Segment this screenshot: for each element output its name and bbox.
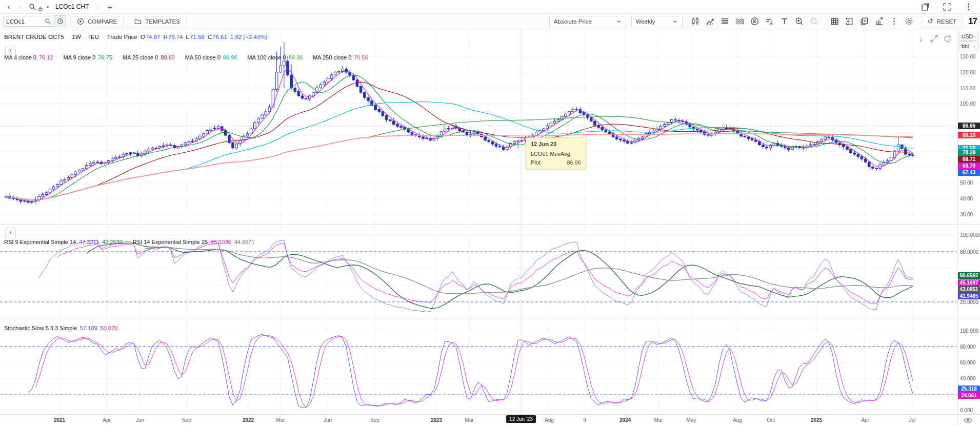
history-clock-button[interactable] [54,15,66,27]
ma-label: MA 9 close 0 [64,54,96,60]
price-badge: 41.9485 [958,293,980,299]
price-badge: 25.318 [958,386,980,392]
ma-label: MA 25 close 0 [123,54,158,60]
candle-body [575,109,578,110]
pane-divider[interactable] [0,319,980,319]
time-axis-divider [0,414,980,415]
fullscreen-button[interactable] [940,1,953,13]
candle-body [850,150,852,153]
open-window-button[interactable] [918,1,932,13]
candle-body [52,187,55,189]
stoch-legend[interactable]: Stochastic Slow 5 3 3 Simple57.18950.070 [4,325,121,331]
ma-legend-item: MA 250 close 070.56 [313,54,371,60]
eye-icon[interactable] [964,416,972,425]
unit-select[interactable]: bbl⌄ [959,42,978,50]
rsi-legend[interactable]: RSI 9 Exponential Simple 1447.321142.263… [4,239,257,245]
pane-divider[interactable] [0,224,980,225]
candle-body [769,145,772,148]
zoom-in-button[interactable] [793,15,806,28]
symbol-input[interactable]: LCOc1 [3,16,54,27]
time-label: 2021 [54,417,65,423]
tooltip-series: LCOc1 MovAvg [531,151,581,157]
events-icon [750,17,759,26]
unit-value: bbl [962,43,969,49]
add-pane-button[interactable] [843,15,856,28]
events-button[interactable] [748,15,762,28]
candle-body [93,162,95,164]
candle-body [74,172,77,175]
ma-value: 86.96 [223,54,237,60]
candle-body [780,146,783,146]
candle-body [290,75,293,88]
price-scale[interactable]: USD⌄ bbl⌄ 130.00120.00110.00100.0060.005… [957,29,980,426]
tab-title[interactable]: LCOc1 CHT [55,3,89,10]
price-badge: 70.28 [958,149,980,156]
scale-tick: 120.00 [960,70,976,75]
lock-icon [38,4,43,13]
candle-body [393,121,395,125]
ma-legend-item: MA 4 close 076.12 [4,54,56,60]
reset-view-button[interactable] [943,34,952,44]
text-tool-button[interactable] [778,15,791,28]
indicators-button[interactable] [704,15,717,28]
ma-25-line [6,82,913,200]
ma-50-line [6,102,913,200]
collapse-rsi-pane-button[interactable]: ‹ [5,228,16,238]
duplicate-button[interactable] [858,15,871,28]
compare-button[interactable]: COMPARE [70,16,124,27]
templates-button[interactable]: TEMPLATES [128,16,187,27]
candle-body [773,143,775,145]
candle-body [334,72,336,75]
legend-part: L [186,34,189,40]
text-tool-icon [780,17,789,26]
waves-button[interactable] [733,15,747,28]
legend-part: O [141,34,145,40]
candle-body [382,112,384,116]
time-label: Apr [103,417,111,423]
price-mode-select[interactable]: Absolute Price [549,16,626,27]
search-icon[interactable] [28,2,37,11]
candle-body [199,136,202,139]
ma-legend[interactable]: MA 4 close 076.12MA 9 close 076.75MA 25 … [4,54,378,60]
time-label: 2023 [431,417,442,423]
rsi-plot [87,243,913,308]
settings-button[interactable] [903,15,916,28]
new-tab-button[interactable]: + [108,3,112,11]
candle-body [283,61,286,66]
candle-body [813,144,815,145]
scale-tick: 100.000 [960,328,978,334]
rsi-plot [39,240,913,312]
candle-body [60,181,63,185]
chart-canvas[interactable] [0,0,980,426]
candlestick-style-button[interactable] [689,15,702,28]
candle-body [447,128,450,129]
candle-body [868,162,870,167]
rows-button[interactable] [718,15,732,28]
grid-layout-button[interactable] [828,15,842,28]
zoom-out-button[interactable] [808,15,821,28]
more-options-button[interactable] [888,15,901,28]
forward-icon[interactable]: › [16,3,24,11]
candle-body [148,149,150,151]
legend-part: · [84,34,86,40]
export-chart-button[interactable] [873,15,886,28]
candle-body [594,121,596,125]
more-vertical-button[interactable] [962,1,975,13]
currency-select[interactable]: USD⌄ [959,32,978,40]
interval-select[interactable]: Weekly [631,16,683,27]
candle-body [864,159,867,162]
maximize-pane-button[interactable] [929,34,939,44]
candle-body [254,123,256,129]
candle-body [272,90,274,107]
candle-body [338,72,341,72]
back-icon[interactable]: ‹ [5,3,12,11]
scroll-to-latest-button[interactable]: ↓ [916,34,926,44]
compare-scale-button[interactable] [763,15,776,28]
symbol-legend[interactable]: BRENT CRUDE OCT5·1W·IEU·Trade PriceO74.8… [4,34,270,40]
plus-circle-icon [77,18,84,25]
time-label: May [687,417,696,423]
candle-body [754,140,757,141]
reset-button[interactable]: ↺ RESET [921,16,963,27]
price-badge: 43.0851 [958,286,980,293]
candle-body [115,157,117,158]
